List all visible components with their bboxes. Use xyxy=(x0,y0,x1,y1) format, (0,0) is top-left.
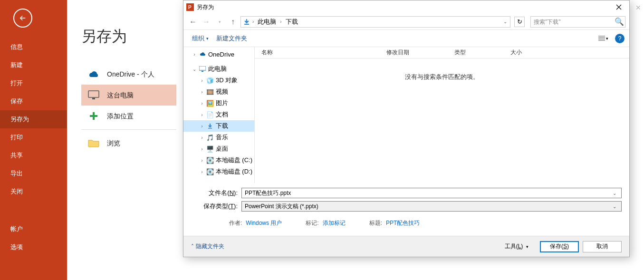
tree-drive-c[interactable]: ›💽本地磁盘 (C:) xyxy=(183,154,254,166)
folder-tree: ›OneDrive ⌄此电脑 ›🧊3D 对象 ›🎞️视频 ›🖼️图片 ›📄文档 … xyxy=(183,47,255,183)
cloud-icon xyxy=(199,50,206,58)
chevron-up-icon: ˄ xyxy=(191,243,194,250)
svg-text:P: P xyxy=(188,5,192,10)
breadcrumb-folder[interactable]: 下载 xyxy=(284,18,300,26)
chevron-right-icon: › xyxy=(251,19,255,24)
chevron-down-icon: ▾ xyxy=(606,36,608,41)
tree-music[interactable]: ›🎵音乐 xyxy=(183,132,254,143)
tree-thispc[interactable]: ⌄此电脑 xyxy=(183,63,254,75)
chevron-right-icon: › xyxy=(279,19,282,24)
cancel-button[interactable]: 取消 xyxy=(583,241,622,252)
filename-input[interactable]: PPT配色技巧.pptx ⌄ xyxy=(241,188,622,198)
bs-item-new[interactable]: 新建 xyxy=(0,56,67,74)
bs-item-close[interactable]: 关闭 xyxy=(0,183,67,201)
tree-label: 本地磁盘 (D:) xyxy=(216,167,252,176)
header-type[interactable]: 类型 xyxy=(454,48,510,57)
saveas-dialog: P 另存为 ← → ▾ ↑ › 此电脑 › 下载 ⌄ ↻ 🔍 组织 ▾ xyxy=(183,0,630,257)
dialog-title: 另存为 xyxy=(197,3,609,11)
filename-label: 文件名(N): xyxy=(191,189,241,197)
search-icon[interactable]: 🔍 xyxy=(614,17,625,26)
nav-recent-button[interactable]: ▾ xyxy=(214,16,225,28)
tree-onedrive[interactable]: ›OneDrive xyxy=(183,49,254,59)
cube-icon: 🧊 xyxy=(206,77,214,84)
monitor-icon xyxy=(199,65,206,73)
tree-drive-d[interactable]: ›💽本地磁盘 (D:) xyxy=(183,166,254,177)
drive-icon: 💽 xyxy=(206,156,214,164)
chevron-down-icon[interactable]: ⌄ xyxy=(611,204,618,209)
location-addplace[interactable]: 添加位置 xyxy=(81,106,176,126)
location-browse[interactable]: 浏览 xyxy=(81,133,176,154)
bs-item-print[interactable]: 打印 xyxy=(0,128,67,146)
bs-item-export[interactable]: 导出 xyxy=(0,164,67,183)
tree-downloads[interactable]: ›下载 xyxy=(183,120,254,132)
chevron-right-icon: › xyxy=(200,146,204,152)
filename-value: PPT配色技巧.pptx xyxy=(245,189,291,197)
location-onedrive[interactable]: OneDrive - 个人 xyxy=(81,64,176,85)
app-close-icon[interactable]: ✕ xyxy=(635,4,641,11)
tag-value[interactable]: 添加标记 xyxy=(323,219,346,227)
bs-item-share[interactable]: 共享 xyxy=(0,146,67,164)
monitor-icon xyxy=(87,89,100,101)
empty-message: 没有与搜索条件匹配的项。 xyxy=(255,58,629,183)
search-box[interactable]: 🔍 xyxy=(530,16,625,28)
bs-item-options[interactable]: 选项 xyxy=(0,238,67,256)
tree-3dobjects[interactable]: ›🧊3D 对象 xyxy=(183,75,254,86)
desktop-icon: 🖥️ xyxy=(206,145,214,153)
bs-item-save[interactable]: 保存 xyxy=(0,92,67,110)
breadcrumb[interactable]: › 此电脑 › 下载 ⌄ xyxy=(240,16,510,28)
chevron-right-icon: › xyxy=(200,112,204,117)
filetype-select[interactable]: PowerPoint 演示文稿 (*.pptx) ⌄ xyxy=(241,201,622,212)
chevron-down-icon: ▾ xyxy=(219,19,221,24)
download-arrow-icon xyxy=(243,18,250,26)
breadcrumb-root[interactable]: 此电脑 xyxy=(256,18,278,26)
header-size[interactable]: 大小 xyxy=(510,48,548,57)
bs-item-open[interactable]: 打开 xyxy=(0,74,67,92)
author-label: 作者: xyxy=(229,219,242,227)
chevron-down-icon[interactable]: ⌄ xyxy=(500,19,510,24)
organize-label: 组织 xyxy=(192,34,204,43)
nav-row: ← → ▾ ↑ › 此电脑 › 下载 ⌄ ↻ 🔍 xyxy=(183,14,629,30)
save-button[interactable]: 保存(S) xyxy=(540,241,579,252)
bs-item-saveas[interactable]: 另存为 xyxy=(0,110,67,128)
arrow-left-icon xyxy=(19,14,27,22)
location-thispc[interactable]: 这台电脑 xyxy=(81,85,176,106)
title-value[interactable]: PPT配色技巧 xyxy=(386,219,420,227)
filetype-value: PowerPoint 演示文稿 (*.pptx) xyxy=(245,203,318,211)
bs-item-info[interactable]: 信息 xyxy=(0,38,67,56)
newfolder-button[interactable]: 新建文件夹 xyxy=(212,32,251,45)
refresh-button[interactable]: ↻ xyxy=(514,17,525,27)
svg-rect-6 xyxy=(202,71,203,72)
tree-label: 本地磁盘 (C:) xyxy=(216,156,252,164)
organize-button[interactable]: 组织 ▾ xyxy=(188,32,212,45)
tree-label: 此电脑 xyxy=(208,65,227,73)
search-input[interactable] xyxy=(531,19,614,25)
chevron-right-icon: › xyxy=(200,101,204,106)
help-button[interactable]: ? xyxy=(615,34,625,43)
tree-desktop[interactable]: ›🖥️桌面 xyxy=(183,143,254,154)
file-pane: 名称 修改日期 类型 大小 没有与搜索条件匹配的项。 xyxy=(255,47,629,183)
tree-label: OneDrive xyxy=(208,51,234,58)
nav-back-button[interactable]: ← xyxy=(187,16,199,28)
list-view-icon xyxy=(598,36,605,41)
tree-documents[interactable]: ›📄文档 xyxy=(183,109,254,120)
drive-icon: 💽 xyxy=(206,168,214,175)
tools-dropdown[interactable]: 工具(L) ▾ xyxy=(505,242,529,251)
hide-folders-button[interactable]: ˄ 隐藏文件夹 xyxy=(191,242,224,251)
chevron-right-icon: › xyxy=(200,89,204,95)
chevron-right-icon: › xyxy=(200,169,204,174)
bs-item-account[interactable]: 帐户 xyxy=(0,220,67,238)
view-mode-button[interactable]: ▾ xyxy=(595,33,611,44)
tree-video[interactable]: ›🎞️视频 xyxy=(183,86,254,97)
tree-pictures[interactable]: ›🖼️图片 xyxy=(183,97,254,109)
divider xyxy=(81,129,176,130)
back-button[interactable] xyxy=(13,9,32,28)
cloud-icon xyxy=(87,68,100,80)
header-date[interactable]: 修改日期 xyxy=(386,48,454,57)
author-value[interactable]: Windows 用户 xyxy=(246,219,282,227)
svg-rect-1 xyxy=(92,98,95,99)
header-name[interactable]: 名称 xyxy=(261,48,386,57)
nav-up-button[interactable]: ↑ xyxy=(227,16,239,28)
dialog-close-button[interactable] xyxy=(609,0,628,14)
chevron-down-icon[interactable]: ⌄ xyxy=(611,191,618,196)
chevron-down-icon: ▾ xyxy=(526,244,529,249)
